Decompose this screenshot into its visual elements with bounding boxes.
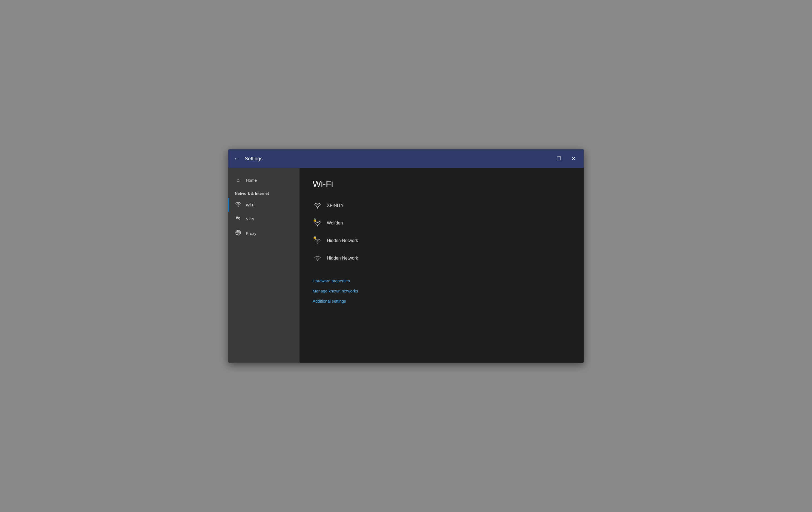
back-button[interactable]: ← bbox=[234, 155, 240, 162]
svg-point-1 bbox=[238, 217, 240, 219]
network-icon-hidden2 bbox=[313, 253, 322, 263]
vpn-icon bbox=[235, 216, 241, 222]
sidebar-item-wifi[interactable]: Wi-Fi bbox=[228, 198, 299, 212]
main-content: Wi-Fi XFINITY bbox=[299, 168, 584, 362]
links-section: Hardware properties Manage known network… bbox=[313, 276, 571, 306]
network-icon-xfinity bbox=[313, 200, 322, 211]
window-title: Settings bbox=[245, 156, 554, 162]
sidebar: ⌂ Home Network & Internet Wi-Fi bbox=[228, 168, 299, 362]
restore-button[interactable]: ❒ bbox=[554, 154, 564, 164]
close-button[interactable]: ✕ bbox=[568, 154, 578, 164]
network-list: XFINITY 🔒 Wolfden bbox=[313, 197, 571, 267]
network-name-hidden2: Hidden Network bbox=[327, 256, 358, 261]
additional-settings-link[interactable]: Additional settings bbox=[313, 296, 571, 306]
content-area: ⌂ Home Network & Internet Wi-Fi bbox=[228, 168, 584, 362]
network-item-hidden1[interactable]: 🔒 Hidden Network bbox=[313, 232, 571, 249]
window-controls: ❒ ✕ bbox=[554, 154, 578, 164]
page-title: Wi-Fi bbox=[313, 179, 571, 189]
wifi-icon bbox=[235, 202, 241, 208]
network-icon-hidden1: 🔒 bbox=[313, 236, 322, 246]
network-name-wolfden: Wolfden bbox=[327, 221, 343, 225]
sidebar-item-home[interactable]: ⌂ Home bbox=[228, 173, 299, 187]
manage-known-networks-link[interactable]: Manage known networks bbox=[313, 286, 571, 296]
network-item-wolfden[interactable]: 🔒 Wolfden bbox=[313, 214, 571, 232]
hardware-properties-link[interactable]: Hardware properties bbox=[313, 276, 571, 286]
svg-point-0 bbox=[236, 217, 238, 219]
network-item-hidden2[interactable]: Hidden Network bbox=[313, 249, 571, 267]
lock-icon-hidden1: 🔒 bbox=[313, 236, 317, 239]
wifi-label: Wi-Fi bbox=[246, 203, 255, 207]
home-icon: ⌂ bbox=[235, 177, 241, 183]
network-icon-wolfden: 🔒 bbox=[313, 218, 322, 228]
vpn-label: VPN bbox=[246, 217, 254, 221]
lock-icon-wolfden: 🔒 bbox=[313, 218, 317, 222]
network-name-hidden1: Hidden Network bbox=[327, 238, 358, 243]
titlebar: ← Settings ❒ ✕ bbox=[228, 150, 584, 168]
sidebar-item-proxy[interactable]: Proxy bbox=[228, 226, 299, 241]
proxy-label: Proxy bbox=[246, 231, 256, 236]
home-label: Home bbox=[246, 178, 257, 183]
network-name-xfinity: XFINITY bbox=[327, 203, 344, 208]
sidebar-item-vpn[interactable]: VPN bbox=[228, 212, 299, 226]
settings-window: ← Settings ❒ ✕ ⌂ Home Network & Internet bbox=[228, 149, 584, 363]
network-item-xfinity[interactable]: XFINITY bbox=[313, 197, 571, 214]
proxy-icon bbox=[235, 230, 241, 237]
sidebar-section-header: Network & Internet bbox=[228, 187, 299, 198]
